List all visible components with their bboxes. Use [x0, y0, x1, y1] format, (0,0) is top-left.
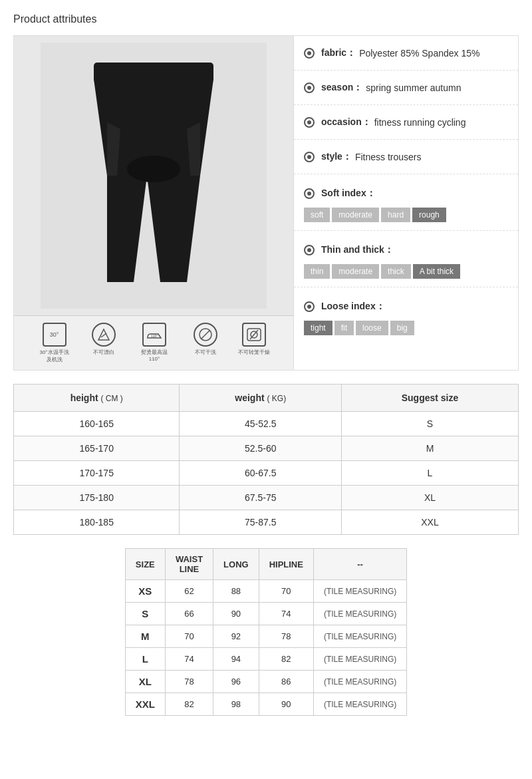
meas-row-size: XXL	[125, 693, 165, 716]
measurements-table: SIZE WAISTLINE LONG HIPLINE -- XS 62 88 …	[125, 548, 408, 716]
page-title: Product attributes	[13, 13, 519, 25]
fabric-value: Polyester 85% Spandex 15%	[359, 48, 479, 59]
loose-bullet	[304, 301, 315, 312]
season-row: season： spring summer autumn	[294, 71, 518, 105]
size-row-height: 160-165	[14, 412, 180, 436]
svg-marker-3	[98, 329, 109, 340]
size-row-height: 180-185	[14, 510, 180, 535]
meas-header-long: LONG	[213, 549, 259, 580]
size-table-header-height: height ( CM )	[14, 385, 180, 412]
meas-row-waist: 70	[165, 625, 213, 648]
size-table-row: 165-170 52.5-60 M	[14, 436, 519, 461]
svg-text:110°: 110°	[151, 334, 158, 338]
loose-bar-tight: tight	[304, 321, 332, 335]
size-row-weight: 67.5-75	[180, 486, 341, 510]
meas-row-hip: 86	[259, 671, 313, 693]
meas-row-size: XS	[125, 580, 165, 603]
style-row: style： Fitness trousers	[294, 140, 518, 174]
loose-bar-big: big	[390, 321, 414, 335]
size-table-row: 180-185 75-87.5 XXL	[14, 510, 519, 535]
meas-row-note: (TILE MEASURING)	[313, 625, 406, 648]
product-image	[14, 36, 293, 315]
size-row-weight: 60-67.5	[180, 461, 341, 486]
size-row-weight: 45-52.5	[180, 412, 341, 436]
meas-row-long: 90	[213, 603, 259, 625]
meas-row-note: (TILE MEASURING)	[313, 648, 406, 671]
loose-index-header: Loose index：	[304, 294, 508, 318]
meas-header-waist: WAISTLINE	[165, 549, 213, 580]
thick-index-section: Thin and thick： thin moderate thick A bi…	[294, 231, 518, 287]
soft-bar-moderate: moderate	[332, 208, 379, 222]
soft-index-label: Soft index：	[321, 188, 376, 200]
thick-bar-abit: A bit thick	[413, 264, 460, 279]
soft-index-bars: soft moderate hard rough	[304, 208, 508, 222]
care-icon-tumble: 不可转笼干燥	[238, 323, 270, 363]
care-icons-row: 30° 30°水温手洗及机洗 不可漂白 110° 熨烫最高温110°	[14, 315, 293, 370]
care-icon-iron: 110° 熨烫最高温110°	[136, 323, 173, 363]
meas-table-row: XS 62 88 70 (TILE MEASURING)	[125, 580, 407, 603]
soft-bar-soft: soft	[304, 208, 330, 222]
meas-row-hip: 70	[259, 580, 313, 603]
fabric-row: fabric： Polyester 85% Spandex 15%	[294, 36, 518, 71]
size-suggestion-section: height ( CM ) weight ( KG) Suggest size …	[13, 384, 519, 535]
meas-table-row: XL 78 96 86 (TILE MEASURING)	[125, 671, 407, 693]
meas-table-row: L 74 94 82 (TILE MEASURING)	[125, 648, 407, 671]
season-label: season：	[321, 82, 362, 94]
meas-row-size: S	[125, 603, 165, 625]
style-value: Fitness trousers	[355, 152, 422, 162]
size-suggestion-table: height ( CM ) weight ( KG) Suggest size …	[13, 384, 519, 535]
measurements-section: SIZE WAISTLINE LONG HIPLINE -- XS 62 88 …	[13, 548, 519, 716]
page-container: Product attributes	[0, 0, 532, 742]
meas-row-size: XL	[125, 671, 165, 693]
occasion-label: occasion：	[321, 116, 371, 128]
soft-bar-rough: rough	[412, 208, 446, 222]
meas-row-long: 88	[213, 580, 259, 603]
svg-point-2	[127, 156, 180, 182]
size-row-size: XXL	[341, 510, 518, 535]
meas-row-note: (TILE MEASURING)	[313, 603, 406, 625]
size-row-size: M	[341, 436, 518, 461]
thick-bar-thin: thin	[304, 264, 330, 279]
thick-bullet	[304, 245, 315, 255]
meas-table-row: S 66 90 74 (TILE MEASURING)	[125, 603, 407, 625]
loose-bar-fit: fit	[334, 321, 354, 335]
soft-index-header: Soft index：	[304, 181, 508, 205]
thick-bar-thick: thick	[381, 264, 411, 279]
meas-row-long: 98	[213, 693, 259, 716]
meas-row-note: (TILE MEASURING)	[313, 671, 406, 693]
attributes-section: fabric： Polyester 85% Spandex 15% season…	[293, 36, 518, 370]
meas-row-waist: 62	[165, 580, 213, 603]
thick-bar-moderate: moderate	[332, 264, 379, 279]
fabric-bullet	[304, 48, 315, 59]
care-icon-wash: 30° 30°水温手洗及机洗	[38, 323, 71, 363]
size-row-weight: 75-87.5	[180, 510, 341, 535]
occasion-bullet	[304, 117, 315, 128]
soft-bullet	[304, 188, 315, 199]
meas-row-hip: 82	[259, 648, 313, 671]
size-row-size: S	[341, 412, 518, 436]
svg-line-7	[201, 331, 209, 339]
meas-row-long: 92	[213, 625, 259, 648]
loose-bar-loose: loose	[356, 321, 388, 335]
meas-row-waist: 74	[165, 648, 213, 671]
meas-table-row: M 70 92 78 (TILE MEASURING)	[125, 625, 407, 648]
meas-table-row: XXL 82 98 90 (TILE MEASURING)	[125, 693, 407, 716]
size-row-height: 165-170	[14, 436, 180, 461]
meas-row-size: M	[125, 625, 165, 648]
size-table-row: 160-165 45-52.5 S	[14, 412, 519, 436]
thick-index-bars: thin moderate thick A bit thick	[304, 264, 508, 279]
size-row-size: L	[341, 461, 518, 486]
meas-header-size: SIZE	[125, 549, 165, 580]
occasion-value: fitness running cycling	[374, 117, 466, 128]
season-bullet	[304, 82, 315, 93]
loose-index-label: Loose index：	[321, 301, 385, 313]
fabric-label: fabric：	[321, 47, 356, 59]
care-icon-dry-clean: 不可干洗	[194, 323, 217, 363]
meas-header-hip: HIPLINE	[259, 549, 313, 580]
product-attributes-block: 30° 30°水温手洗及机洗 不可漂白 110° 熨烫最高温110°	[13, 35, 519, 371]
size-row-size: XL	[341, 486, 518, 510]
meas-row-waist: 82	[165, 693, 213, 716]
occasion-row: occasion： fitness running cycling	[294, 105, 518, 140]
size-row-height: 175-180	[14, 486, 180, 510]
size-table-row: 170-175 60-67.5 L	[14, 461, 519, 486]
